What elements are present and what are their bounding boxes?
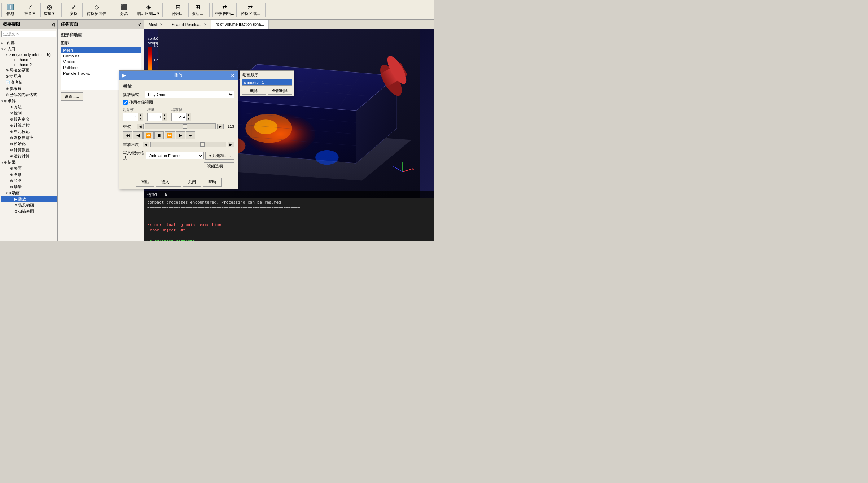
transform-button[interactable]: ⤢ 变换 bbox=[65, 3, 83, 17]
task-panel-close-icon[interactable]: ◁ bbox=[138, 22, 141, 27]
viz-tab[interactable]: Mesh✕ bbox=[144, 20, 167, 29]
sidebar-tree-item[interactable]: 📄 参考值 bbox=[1, 79, 57, 86]
svg-text:X: X bbox=[412, 167, 414, 170]
tab-close-icon[interactable]: ✕ bbox=[204, 22, 207, 26]
settings-button[interactable]: 设置...... bbox=[61, 92, 83, 101]
speed-slider-track[interactable] bbox=[150, 142, 226, 147]
sidebar-tree-item[interactable]: ▾⊕ 求解 bbox=[1, 98, 57, 104]
deactivate-button[interactable]: ⊟ 停用... bbox=[169, 3, 187, 17]
info-label: 信息 bbox=[6, 11, 14, 16]
sidebar-tree-item[interactable]: ⊗ 初始化 bbox=[1, 141, 57, 147]
sidebar-tree-item[interactable]: ⊕ 计算监控 bbox=[1, 122, 57, 129]
write-out-button[interactable]: 写出 bbox=[136, 178, 154, 187]
check-button[interactable]: ✓ 检查▼ bbox=[21, 3, 39, 17]
speed-slider-thumb[interactable] bbox=[200, 142, 205, 147]
sidebar-tree-item[interactable]: ⊗ 表面 bbox=[1, 165, 57, 171]
speed-slider-right[interactable]: ▶ bbox=[228, 142, 234, 147]
start-frame-up[interactable]: ▲ bbox=[138, 113, 143, 117]
sidebar-tree-item[interactable]: ⊗ 动网格 bbox=[1, 73, 57, 79]
sidebar-tree-item[interactable]: ▾⊕ 结果 bbox=[1, 159, 57, 165]
sidebar-tree-item[interactable]: □ phase-2 bbox=[1, 62, 57, 67]
fwd-button[interactable]: ⏭ bbox=[186, 131, 195, 139]
close-button[interactable]: 关闭 bbox=[183, 178, 201, 187]
separate-button[interactable]: ⬛ 分离 bbox=[115, 3, 133, 17]
mode-row: 播放模式 Play OnceLoopBounce bbox=[123, 91, 234, 98]
sidebar-tree-item[interactable]: ⊗ 运行计算 bbox=[1, 153, 57, 159]
info-button[interactable]: ℹ️ 信息 bbox=[1, 3, 19, 17]
dialog-close-button[interactable]: ✕ bbox=[231, 73, 235, 78]
frame-slider-left[interactable]: ◀ bbox=[137, 124, 144, 129]
activate-icon: ⊞ bbox=[195, 4, 200, 10]
tab-close-icon[interactable]: ✕ bbox=[160, 22, 163, 26]
graphics-list-item[interactable]: Contours bbox=[61, 53, 141, 59]
sidebar-tree-item[interactable]: ▾⤢ 入口 bbox=[1, 46, 57, 52]
start-frame-input[interactable] bbox=[123, 114, 138, 120]
stored-views-checkbox[interactable] bbox=[123, 100, 128, 105]
filter-input[interactable] bbox=[1, 31, 56, 37]
frame-slider-right[interactable]: ▶ bbox=[217, 124, 224, 129]
write-format-select[interactable]: Animation FramesMPEGAVI bbox=[146, 152, 204, 159]
picture-options-button[interactable]: 图片选项...... bbox=[205, 152, 234, 160]
transform-icon: ⤢ bbox=[71, 4, 76, 10]
step-fwd-button[interactable]: ⏩ bbox=[165, 131, 175, 139]
sidebar-tree-item[interactable]: ▾⊕ 动画 bbox=[1, 190, 57, 196]
sidebar-tree-item[interactable]: ⊗ 网格交界面 bbox=[1, 67, 57, 73]
sidebar-tree-item[interactable]: ⊗ 已命名的表达式 bbox=[1, 92, 57, 98]
end-frame-input[interactable] bbox=[172, 114, 186, 120]
sidebar-tree-item[interactable]: ✕ 方法 bbox=[1, 104, 57, 110]
help-button[interactable]: 帮助 bbox=[203, 178, 222, 187]
sidebar-tree-item[interactable]: ▶ 播放 bbox=[1, 196, 57, 202]
sidebar-tree-item[interactable]: ▾⤢ in (velocity-inlet, id=5) bbox=[1, 52, 57, 57]
sidebar-tree-item[interactable]: ⊗ 场景 bbox=[1, 184, 57, 190]
end-frame-down[interactable]: ▼ bbox=[186, 117, 191, 121]
graphics-list-item[interactable]: Pathlines bbox=[61, 65, 141, 70]
sidebar-tree-item[interactable]: □ phase-1 bbox=[1, 57, 57, 62]
delete-button[interactable]: 删除 bbox=[242, 87, 266, 95]
increment-input[interactable] bbox=[148, 114, 162, 120]
prev-button[interactable]: ◀ bbox=[133, 131, 143, 139]
play-mode-select[interactable]: Play OnceLoopBounce bbox=[145, 91, 234, 98]
toolbar-group-replace: ⇄ 替换网格... ⇄ 替换区域... bbox=[212, 3, 266, 17]
rewind-button[interactable]: ⏮ bbox=[123, 131, 132, 139]
stop-button[interactable]: ⏹ bbox=[154, 131, 164, 139]
replace-zone-button[interactable]: ⇄ 替换区域... bbox=[238, 3, 262, 17]
start-frame-down[interactable]: ▼ bbox=[138, 117, 143, 121]
increment-down[interactable]: ▼ bbox=[162, 117, 167, 121]
viz-tab[interactable]: Scaled Residuals✕ bbox=[167, 20, 211, 29]
sidebar-tree-item[interactable]: ✕ 控制 bbox=[1, 110, 57, 116]
sidebar-tree-item[interactable]: ▸□ 内部 bbox=[1, 40, 57, 46]
video-options-button[interactable]: 视频选项…… bbox=[204, 162, 234, 170]
increment-up[interactable]: ▲ bbox=[162, 113, 167, 117]
replace-mesh-button[interactable]: ⇄ 替换网格... bbox=[212, 3, 237, 17]
sidebar-tree-item[interactable]: ⊕ 绘图 bbox=[1, 178, 57, 184]
viz-tab[interactable]: rs of Volume fraction (pha... bbox=[211, 20, 269, 29]
sidebar-tree-item[interactable]: ⊗ 场景动画 bbox=[1, 202, 57, 208]
sidebar-tree-item[interactable]: ⊕ 参考系 bbox=[1, 86, 57, 92]
sidebar-tree-item[interactable]: ⊗ 图形 bbox=[1, 171, 57, 178]
proximity-button[interactable]: ◈ 临近区域...▼ bbox=[135, 3, 163, 17]
graphics-list-item[interactable]: Vectors bbox=[61, 59, 141, 65]
sidebar-tree-item[interactable]: ⊗ 网格自适应 bbox=[1, 135, 57, 141]
read-in-button[interactable]: 读入...... bbox=[156, 178, 181, 187]
end-frame-up[interactable]: ▲ bbox=[186, 113, 191, 117]
convert-poly-button[interactable]: ◇ 转换多面体 bbox=[84, 3, 109, 17]
activate-button[interactable]: ⊞ 激活... bbox=[188, 3, 206, 17]
separate-icon: ⬛ bbox=[120, 4, 128, 10]
frame-slider-track[interactable] bbox=[145, 123, 216, 129]
step-back-button[interactable]: ⏪ bbox=[143, 131, 154, 139]
sidebar-tree-item[interactable]: ⊗ 扫描表面 bbox=[1, 208, 57, 214]
next-button[interactable]: ▶ bbox=[176, 131, 185, 139]
sidebar-tree-item[interactable]: ⊕ 计算设置 bbox=[1, 147, 57, 153]
anim-seq-item[interactable]: animation-1 bbox=[242, 79, 292, 85]
sidebar-collapse-icon[interactable]: ◁ bbox=[51, 22, 54, 27]
speed-slider-left[interactable]: ◀ bbox=[143, 142, 149, 147]
sidebar-tree-item[interactable]: ⊗ 单元标记 bbox=[1, 129, 57, 135]
delete-all-button[interactable]: 全部删除 bbox=[268, 87, 292, 95]
end-frame-group: 结束帧 ▲ ▼ bbox=[171, 107, 191, 121]
frame-slider-thumb[interactable] bbox=[183, 124, 187, 129]
sidebar-tree-item[interactable]: ⊕ 报告定义 bbox=[1, 116, 57, 122]
graphics-list-item[interactable]: Mesh bbox=[61, 47, 141, 53]
start-frame-group: 起始帧 ▲ ▼ bbox=[123, 107, 143, 121]
dialog-footer: 写出 读入...... 关闭 帮助 bbox=[119, 175, 238, 189]
quality-button[interactable]: ◎ 质量▼ bbox=[40, 3, 58, 17]
